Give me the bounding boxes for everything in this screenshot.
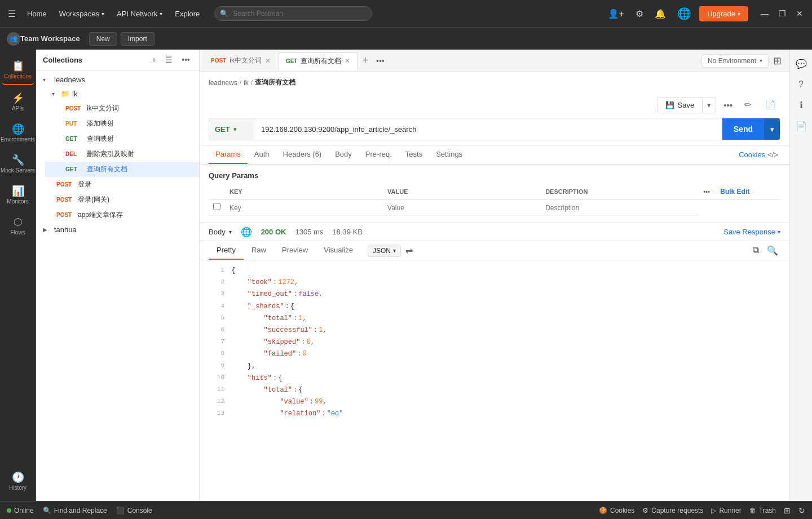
copy-icon[interactable]: ⧉ xyxy=(751,243,761,258)
folder-ik[interactable]: ▾ 📁 ik xyxy=(45,87,199,101)
sidebar-item-apis[interactable]: ⚡ APIs xyxy=(2,87,34,116)
sidebar-item-collections[interactable]: 📋 Collections xyxy=(2,55,34,85)
resp-tab-visualize[interactable]: Visualize xyxy=(316,241,361,260)
comments-icon[interactable]: 💬 xyxy=(792,55,810,73)
runner-icon: ▷ xyxy=(711,507,716,514)
resp-tab-pretty[interactable]: Pretty xyxy=(209,241,244,260)
url-input[interactable] xyxy=(254,125,722,134)
env-icon[interactable]: ⊞ xyxy=(770,52,785,69)
method-selector[interactable]: GET ▾ xyxy=(209,118,254,140)
resp-tab-raw[interactable]: Raw xyxy=(244,241,274,260)
json-viewer: 1 { 2 "took" : 1272 , 3 "timed_out" : xyxy=(200,260,789,501)
tab-body[interactable]: Body xyxy=(328,145,359,164)
tab-tests[interactable]: Tests xyxy=(399,145,429,164)
environment-selector[interactable]: No Environment ▾ xyxy=(701,54,769,68)
collection-tanhua[interactable]: ▶ tanhua xyxy=(36,223,199,237)
request-leadnews-app-save[interactable]: POST app端文章保存 xyxy=(36,207,199,223)
tab-close-icon[interactable]: ✕ xyxy=(345,57,350,65)
request-leadnews-denglu[interactable]: POST 登录 xyxy=(36,177,199,192)
sidebar-item-mock-servers[interactable]: 🔧 Mock Servers xyxy=(2,149,34,178)
filter-icon[interactable]: ⇌ xyxy=(405,245,413,256)
chevron-down-icon[interactable]: ▾ xyxy=(229,229,232,235)
save-response-button[interactable]: Save Response ▾ xyxy=(723,228,780,236)
sidebar-item-flows[interactable]: ⬡ Flows xyxy=(2,211,34,240)
key-input[interactable] xyxy=(230,204,378,212)
chevron-down-icon: ▾ xyxy=(43,77,50,83)
description-input[interactable] xyxy=(545,204,694,212)
more-tabs-icon[interactable]: ••• xyxy=(373,54,388,68)
tab-get-chaxun[interactable]: GET 查询所有文档 ✕ xyxy=(279,52,358,70)
maximize-button[interactable]: ❐ xyxy=(775,7,789,20)
search-response-icon[interactable]: 🔍 xyxy=(765,243,780,258)
globe-icon[interactable]: 🌐 xyxy=(241,227,252,237)
find-replace-button[interactable]: 🔍 Find and Replace xyxy=(43,507,107,514)
upgrade-button[interactable]: Upgrade▾ xyxy=(699,6,748,21)
request-ik-tianjiayin[interactable]: PUT 添加映射 xyxy=(45,116,199,131)
request-ik-chaxunyin[interactable]: GET 查询映射 xyxy=(45,131,199,147)
sidebar-item-history[interactable]: 🕐 History xyxy=(2,467,34,495)
param-checkbox[interactable] xyxy=(213,203,220,210)
format-selector[interactable]: JSON ▾ xyxy=(368,245,401,257)
request-leadnews-denglu-wangguan[interactable]: POST 登录(网关) xyxy=(36,192,199,207)
layout-icon[interactable]: ⊞ xyxy=(784,506,791,515)
info-icon[interactable]: ℹ xyxy=(796,96,806,114)
nav-home[interactable]: Home xyxy=(21,6,52,21)
user-avatar[interactable]: 🌐 xyxy=(674,5,695,23)
value-input[interactable] xyxy=(387,204,536,212)
sidebar-item-environments[interactable]: 🌐 Environments xyxy=(2,118,34,147)
tab-headers[interactable]: Headers (6) xyxy=(276,145,329,164)
request-ik-zhongwenfenci[interactable]: POST ik中文分词 xyxy=(45,101,199,116)
tab-prereq[interactable]: Pre-req. xyxy=(359,145,399,164)
resp-tab-preview[interactable]: Preview xyxy=(274,241,316,260)
tab-settings[interactable]: Settings xyxy=(429,145,469,164)
more-collections-icon[interactable]: ••• xyxy=(179,54,192,65)
more-options-icon[interactable]: ••• xyxy=(721,97,735,113)
tab-post-ik[interactable]: POST ik中文分词 ✕ xyxy=(204,52,277,69)
save-button[interactable]: 💾 Save xyxy=(657,97,703,113)
minimize-button[interactable]: — xyxy=(757,7,772,20)
window-controls: — ❐ ✕ xyxy=(757,7,806,20)
collections-panel: Collections + ☰ ••• ▾ leadnews ▾ 📁 ik xyxy=(36,50,200,501)
json-line-13: 13 "relation" : "eq" xyxy=(200,408,789,420)
help-icon[interactable]: ? xyxy=(795,76,807,93)
tab-close-icon[interactable]: ✕ xyxy=(265,57,271,65)
invite-icon[interactable]: 👤+ xyxy=(604,6,628,21)
sidebar-item-monitors[interactable]: 📊 Monitors xyxy=(2,180,34,209)
search-input[interactable] xyxy=(214,6,372,21)
docs-sidebar-icon[interactable]: 📄 xyxy=(792,117,810,135)
console-button[interactable]: ⬛ Console xyxy=(116,507,152,514)
collection-leadnews[interactable]: ▾ leadnews xyxy=(36,73,199,87)
cookies-button[interactable]: 🍪 Cookies xyxy=(599,506,634,515)
request-ik-shanchusuo[interactable]: DEL 删除索引及映射 xyxy=(45,147,199,162)
request-ik-chaxunsuoyou[interactable]: GET 查询所有文档 xyxy=(45,162,199,177)
new-button[interactable]: New xyxy=(89,32,117,46)
cookies-link[interactable]: Cookies xyxy=(739,146,765,163)
code-view-icon[interactable]: </> xyxy=(765,146,780,163)
settings-icon[interactable]: ⚙ xyxy=(632,6,647,21)
nav-workspaces[interactable]: Workspaces▾ xyxy=(54,6,110,21)
bulk-edit-header[interactable]: Bulk Edit xyxy=(716,184,780,199)
capture-requests-button[interactable]: ⚙ Capture requests xyxy=(642,506,703,515)
docs-icon[interactable]: 📄 xyxy=(761,96,780,113)
tab-params[interactable]: Params xyxy=(209,145,248,164)
close-button[interactable]: ✕ xyxy=(793,7,806,20)
runner-button[interactable]: ▷ Runner xyxy=(711,506,741,515)
send-dropdown-button[interactable]: ▾ xyxy=(764,118,780,140)
add-collection-icon[interactable]: + xyxy=(149,54,158,65)
tab-auth[interactable]: Auth xyxy=(248,145,276,164)
edit-icon[interactable]: ✏ xyxy=(740,96,756,113)
nav-api-network[interactable]: API Network▾ xyxy=(111,6,168,21)
bottombar: Online 🔍 Find and Replace ⬛ Console 🍪 Co… xyxy=(0,501,812,519)
send-button[interactable]: Send xyxy=(722,118,764,140)
import-button[interactable]: Import xyxy=(121,32,155,46)
hamburger-menu-icon[interactable]: ☰ xyxy=(6,6,18,21)
sync-icon[interactable]: ↻ xyxy=(798,506,805,515)
trash-button[interactable]: 🗑 Trash xyxy=(749,506,776,515)
breadcrumb: leadnews / ik / 查询所有文档 xyxy=(209,78,780,87)
notifications-icon[interactable]: 🔔 xyxy=(651,6,669,21)
nav-explore[interactable]: Explore xyxy=(169,6,205,21)
bottombar-right: 🍪 Cookies ⚙ Capture requests ▷ Runner 🗑 … xyxy=(599,506,805,515)
save-dropdown-button[interactable]: ▾ xyxy=(703,97,716,113)
add-tab-icon[interactable]: + xyxy=(359,52,372,69)
filter-icon[interactable]: ☰ xyxy=(163,54,175,65)
